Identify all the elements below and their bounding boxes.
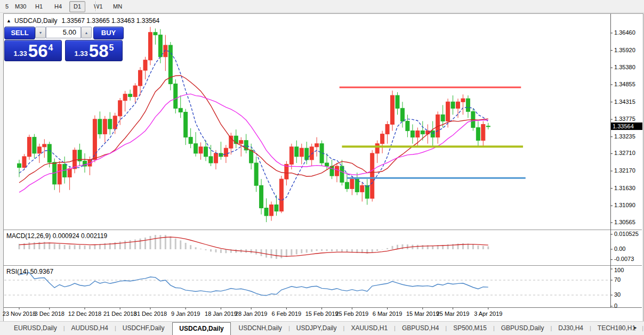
chart-tab-xauusd[interactable]: XAUUSD,H1 bbox=[344, 322, 394, 335]
price-axis-label: 1.33235 bbox=[614, 133, 635, 140]
price-axis-label: 1.34315 bbox=[614, 99, 635, 105]
one-click-trade-panel: SELL ▼ 5.00 ▲ BUY 1.33564 1.33585 bbox=[4, 27, 123, 61]
price-axis-label: 1.32170 bbox=[614, 167, 635, 174]
chevron-up-icon: ▲ bbox=[85, 31, 88, 35]
chart-tab-gbpusd[interactable]: GBPUSD,Daily bbox=[495, 322, 551, 335]
sell-price-display[interactable]: 1.33564 bbox=[4, 40, 62, 61]
date-axis-label: 25 Feb 2019 bbox=[335, 311, 368, 317]
macd-indicator-label: MACD(12,26,9) 0.000924 0.002119 bbox=[6, 232, 107, 240]
volume-increase-button[interactable]: ▲ bbox=[81, 27, 92, 38]
chart-tab-usdchf[interactable]: USDCHF,Daily bbox=[116, 322, 171, 335]
rsi-axis-label: 30 bbox=[614, 291, 621, 298]
buy-button[interactable]: BUY bbox=[93, 27, 124, 39]
chart-symbol-label: USDCAD,Daily bbox=[14, 17, 58, 24]
date-axis-label: 3 Dec 2018 bbox=[35, 311, 65, 317]
price-axis-label: 1.30565 bbox=[614, 219, 635, 225]
collapse-one-click-icon[interactable]: ▲ bbox=[6, 18, 11, 23]
chart-tab-eurusd[interactable]: EURUSD,Daily bbox=[7, 322, 63, 335]
current-price-tag: 1.33564 bbox=[611, 122, 642, 130]
price-axis-label: 1.36460 bbox=[614, 29, 635, 36]
date-axis-label: 6 Mar 2019 bbox=[373, 311, 402, 317]
price-axis-label: 1.31090 bbox=[614, 202, 635, 208]
buy-price-display[interactable]: 1.33585 bbox=[65, 40, 123, 61]
chart-tab-gbpusd[interactable]: GBPUSD,H4 bbox=[396, 322, 445, 335]
chart-ohlc-header: ▲USDCAD,Daily1.33567 1.33665 1.33463 1.3… bbox=[6, 17, 159, 24]
date-axis-label: 6 Feb 2019 bbox=[272, 311, 302, 317]
rsi-pane bbox=[4, 273, 610, 296]
chart-tab-usdcnh[interactable]: USDCNH,Daily bbox=[232, 322, 288, 335]
sell-button[interactable]: SELL bbox=[4, 27, 35, 39]
date-axis-label: 12 Dec 2018 bbox=[68, 311, 101, 317]
chevron-down-icon: ▼ bbox=[39, 31, 43, 35]
arrow-left-icon: ◄ bbox=[618, 325, 623, 330]
volume-input[interactable]: 5.00 bbox=[46, 27, 81, 38]
rsi-line bbox=[19, 273, 488, 296]
rsi-indicator-label: RSI(14) 50.9367 bbox=[6, 268, 53, 275]
date-axis-label: 9 Jan 2019 bbox=[171, 311, 200, 317]
date-axis-label: 25 Mar 2019 bbox=[437, 311, 470, 317]
sell-price-sup: 4 bbox=[49, 43, 53, 53]
date-axis-label: 18 Jan 2019 bbox=[205, 311, 237, 317]
volume-decrease-button[interactable]: ▼ bbox=[35, 27, 46, 38]
chart-ohlc-values: 1.33567 1.33665 1.33463 1.33564 bbox=[62, 17, 160, 24]
price-axis-label: 1.33775 bbox=[614, 116, 635, 122]
macd-axis-label: 0.00 bbox=[614, 246, 625, 252]
tabs-scroll-left-button[interactable]: ◄ bbox=[616, 324, 625, 332]
date-axis-label: 28 Jan 2019 bbox=[235, 311, 268, 317]
macd-axis-label: 0.010525 bbox=[614, 231, 639, 237]
chart-tab-bar: EURUSD,Daily|AUDUSD,H4|USDCHF,Daily|USDC… bbox=[0, 321, 644, 335]
price-axis-label: 1.32710 bbox=[614, 150, 635, 156]
mt4-terminal: 5M30H1H4D1W1MN ▲USDCAD,Daily1.33567 1.33… bbox=[0, 0, 644, 335]
chart-tab-usdjpy[interactable]: USDJPY,Daily bbox=[290, 322, 343, 335]
chart-tab-audusd[interactable]: AUDUSD,H4 bbox=[65, 322, 115, 335]
price-axis-label: 1.34855 bbox=[614, 81, 635, 87]
price-axis-label: 1.31630 bbox=[614, 185, 635, 191]
macd-axis-label: -0.0073 bbox=[614, 256, 634, 262]
rsi-axis-label: 0 bbox=[614, 303, 617, 309]
buy-price-sup: 5 bbox=[109, 43, 114, 53]
buy-price-prefix: 1.33 bbox=[75, 50, 88, 58]
chart-tab-usdcad[interactable]: USDCAD,Daily bbox=[172, 322, 230, 335]
chart-tab-sp500[interactable]: SP500,M15 bbox=[447, 322, 493, 335]
sell-price-big: 56 bbox=[28, 43, 48, 59]
date-axis-label: 15 Feb 2019 bbox=[305, 311, 339, 317]
date-axis-label: 31 Dec 2018 bbox=[134, 311, 167, 317]
date-axis-label: 23 Nov 2018 bbox=[3, 311, 36, 317]
price-axis-label: 1.35920 bbox=[614, 47, 635, 53]
tabs-scroll-right-button[interactable]: ► bbox=[631, 324, 640, 332]
price-axis-label: 1.35380 bbox=[614, 64, 635, 70]
chart-tab-dj30[interactable]: DJ30,H4 bbox=[552, 322, 590, 335]
sell-price-prefix: 1.33 bbox=[14, 50, 27, 58]
rsi-axis-label: 70 bbox=[614, 276, 621, 283]
date-axis-label: 3 Apr 2019 bbox=[474, 311, 502, 317]
rsi-axis-label: 100 bbox=[614, 267, 624, 273]
date-axis-label: 21 Dec 2018 bbox=[103, 311, 136, 317]
buy-price-big: 58 bbox=[89, 43, 109, 59]
arrow-right-icon: ► bbox=[633, 325, 638, 330]
date-axis-label: 15 Mar 2019 bbox=[406, 311, 439, 317]
axis-tick-marks bbox=[19, 33, 613, 309]
